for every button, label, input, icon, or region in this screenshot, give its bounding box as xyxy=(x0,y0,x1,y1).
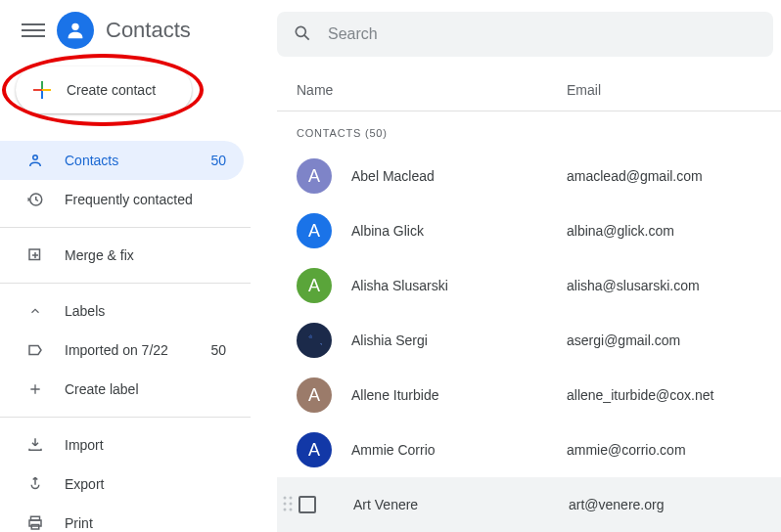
contact-name: Abel Maclead xyxy=(351,168,567,184)
export-icon xyxy=(25,475,45,493)
svg-point-0 xyxy=(71,23,78,30)
contact-email: art@venere.org xyxy=(569,497,664,512)
contact-row[interactable]: AAllene Iturbideallene_iturbide@cox.net xyxy=(277,368,781,422)
divider xyxy=(0,227,251,228)
nav-frequent[interactable]: Frequently contacted xyxy=(0,180,244,219)
contact-name: Alisha Slusarski xyxy=(351,278,567,293)
import-icon xyxy=(25,436,45,454)
nav-create-label-label: Create label xyxy=(65,381,139,397)
svg-point-8 xyxy=(284,496,287,499)
nav-contacts-label: Contacts xyxy=(65,153,118,168)
contact-avatar: A xyxy=(297,377,332,413)
svg-point-13 xyxy=(290,508,293,510)
divider xyxy=(0,417,251,418)
svg-point-11 xyxy=(290,502,293,505)
contact-row[interactable]: AAlbina Glickalbina@glick.com xyxy=(277,203,781,258)
nav-merge[interactable]: Merge & fix xyxy=(0,236,244,275)
print-icon xyxy=(25,514,45,532)
create-contact-wrapper: Create contact xyxy=(0,66,277,113)
sidebar: Contacts Create contact Contacts 50 Freq… xyxy=(0,0,277,532)
divider xyxy=(0,283,251,284)
nav-contacts-count: 50 xyxy=(210,153,226,168)
column-name: Name xyxy=(297,82,567,98)
svg-point-7 xyxy=(296,26,305,36)
nav-imported-count: 50 xyxy=(210,342,226,358)
contact-avatar: A xyxy=(297,268,332,303)
contact-avatar: A xyxy=(297,158,332,194)
contact-email: allene_iturbide@cox.net xyxy=(567,387,713,403)
table-header: Name Email xyxy=(277,68,781,111)
nav-labels[interactable]: Labels xyxy=(0,291,244,331)
nav-export-label: Export xyxy=(65,476,104,492)
contact-name: Ammie Corrio xyxy=(351,442,567,458)
contact-email: albina@glick.com xyxy=(567,223,674,239)
label-icon xyxy=(25,341,45,359)
app-header: Contacts xyxy=(0,12,277,49)
search-icon xyxy=(293,23,312,46)
nav-labels-label: Labels xyxy=(65,303,105,319)
contact-email: alisha@slusarski.com xyxy=(567,278,700,293)
contacts-logo xyxy=(57,12,94,49)
person-icon xyxy=(25,152,45,169)
contact-name: Alishia Sergi xyxy=(351,332,567,348)
contact-list: AAbel Macleadamaclead@gmail.comAAlbina G… xyxy=(277,149,781,532)
contact-row[interactable]: AAlisha Slusarskialisha@slusarski.com xyxy=(277,258,781,313)
contact-name: Albina Glick xyxy=(351,223,567,239)
svg-point-1 xyxy=(33,155,38,160)
section-label: Contacts (50) xyxy=(277,127,781,139)
merge-icon xyxy=(25,246,45,264)
search-bar[interactable] xyxy=(277,12,773,57)
contact-row[interactable]: AArt Venereart@venere.org xyxy=(277,477,781,532)
column-email: Email xyxy=(567,82,601,98)
chevron-up-icon xyxy=(25,304,45,318)
nav-list: Contacts 50 Frequently contacted Merge &… xyxy=(0,141,277,532)
nav-create-label[interactable]: Create label xyxy=(0,370,244,409)
search-input[interactable] xyxy=(328,25,773,43)
create-contact-label: Create contact xyxy=(67,82,156,98)
contact-name: Art Venere xyxy=(353,497,569,512)
menu-icon[interactable] xyxy=(22,19,45,42)
history-icon xyxy=(25,191,45,208)
drag-handle-icon[interactable] xyxy=(283,496,293,514)
contact-avatar: A xyxy=(297,213,332,248)
nav-print-label: Print xyxy=(65,515,93,531)
main-content: Name Email Contacts (50) AAbel Macleadam… xyxy=(277,0,781,532)
plus-small-icon xyxy=(25,381,45,397)
nav-imported[interactable]: Imported on 7/22 50 xyxy=(0,331,244,370)
contact-name: Allene Iturbide xyxy=(351,387,567,403)
contact-row[interactable]: Alishia Sergiasergi@gmail.com xyxy=(277,313,781,368)
create-contact-button[interactable]: Create contact xyxy=(16,66,192,113)
contact-email: ammie@corrio.com xyxy=(567,442,686,458)
nav-contacts[interactable]: Contacts 50 xyxy=(0,141,244,180)
svg-point-9 xyxy=(290,496,293,499)
nav-imported-label: Imported on 7/22 xyxy=(65,342,168,358)
nav-print[interactable]: Print xyxy=(0,504,244,532)
contact-avatar: A xyxy=(297,432,332,467)
nav-import[interactable]: Import xyxy=(0,425,244,465)
nav-merge-label: Merge & fix xyxy=(65,247,134,263)
svg-point-12 xyxy=(284,508,287,510)
app-title: Contacts xyxy=(106,18,191,43)
row-checkbox[interactable] xyxy=(299,496,334,513)
contact-row[interactable]: AAmmie Corrioammie@corrio.com xyxy=(277,422,781,477)
contact-row[interactable]: AAbel Macleadamaclead@gmail.com xyxy=(277,149,781,203)
nav-import-label: Import xyxy=(65,437,104,453)
contact-email: amaclead@gmail.com xyxy=(567,168,703,184)
nav-export[interactable]: Export xyxy=(0,465,244,504)
svg-point-10 xyxy=(284,502,287,505)
nav-frequent-label: Frequently contacted xyxy=(65,192,193,207)
contact-email: asergi@gmail.com xyxy=(567,332,680,348)
plus-icon xyxy=(33,81,51,99)
contact-avatar xyxy=(297,323,332,358)
